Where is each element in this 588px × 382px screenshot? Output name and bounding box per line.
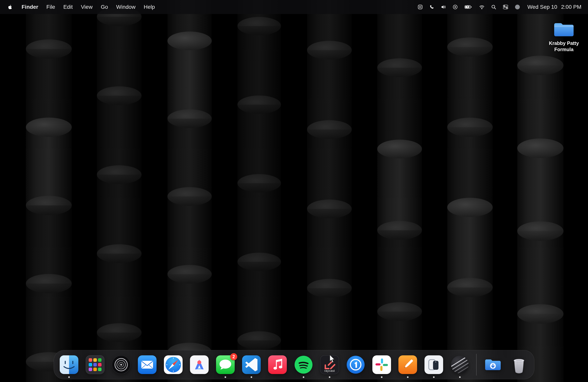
concentric-circles-icon bbox=[111, 355, 131, 374]
folder-icon bbox=[552, 20, 575, 39]
sound-status-icon[interactable] bbox=[441, 4, 446, 10]
dock-separator bbox=[476, 354, 477, 376]
dock-item-circles-app[interactable] bbox=[111, 355, 131, 374]
dock-item-finder[interactable] bbox=[59, 355, 79, 374]
phone-status-icon[interactable] bbox=[429, 4, 435, 10]
dock-item-safari[interactable] bbox=[164, 355, 183, 374]
vscode-icon bbox=[242, 355, 261, 374]
dock-item-slack[interactable] bbox=[372, 355, 391, 374]
menubar-date: Wed Sep 10 bbox=[527, 4, 557, 10]
dock: 2 bbox=[54, 350, 534, 379]
apple-menu[interactable] bbox=[6, 4, 18, 10]
running-indicator bbox=[433, 376, 435, 378]
arc-browser-icon bbox=[189, 355, 209, 374]
running-indicator bbox=[329, 376, 330, 378]
spotlight-search-icon[interactable] bbox=[491, 4, 497, 10]
running-indicator bbox=[381, 376, 382, 378]
menubar-app-name[interactable]: Finder bbox=[18, 0, 42, 14]
iphone-mirroring-icon bbox=[424, 355, 443, 374]
menu-bar: Finder File Edit View Go Window Help bbox=[0, 0, 588, 14]
running-indicator bbox=[68, 376, 70, 378]
safari-icon bbox=[164, 355, 183, 374]
raycast-label: raycast bbox=[324, 369, 335, 373]
finder-icon bbox=[59, 355, 79, 374]
dock-item-arc[interactable] bbox=[189, 355, 209, 374]
spotify-icon bbox=[294, 355, 313, 374]
account-status-icon[interactable] bbox=[514, 4, 520, 10]
notification-badge: 2 bbox=[230, 353, 237, 360]
launchpad-icon bbox=[85, 355, 105, 374]
mail-icon bbox=[137, 355, 157, 374]
dock-item-1password[interactable] bbox=[346, 355, 365, 374]
trash-icon bbox=[509, 355, 529, 374]
mouse-cursor bbox=[329, 354, 336, 363]
apple-music-icon bbox=[268, 355, 287, 374]
running-indicator bbox=[225, 376, 226, 378]
apple-logo-icon bbox=[7, 4, 13, 10]
wifi-icon[interactable] bbox=[479, 4, 485, 10]
menubar-time: 2:00 PM bbox=[561, 4, 581, 10]
dock-item-music[interactable] bbox=[268, 355, 287, 374]
dock-item-messages[interactable]: 2 bbox=[216, 355, 235, 374]
running-indicator bbox=[303, 376, 304, 378]
dock-item-mail[interactable] bbox=[137, 355, 157, 374]
striped-sphere-icon bbox=[450, 355, 470, 374]
dock-item-striped-sphere[interactable] bbox=[450, 355, 470, 374]
dock-item-downloads[interactable] bbox=[483, 355, 503, 374]
dock-item-vscode[interactable] bbox=[242, 355, 261, 374]
battery-charging-icon[interactable] bbox=[464, 4, 473, 10]
menubar-item-view[interactable]: View bbox=[77, 0, 97, 14]
grid-status-icon[interactable] bbox=[417, 4, 423, 10]
menubar-item-go[interactable]: Go bbox=[97, 0, 112, 14]
dock-item-iphone-mirroring[interactable] bbox=[424, 355, 443, 374]
menubar-item-window[interactable]: Window bbox=[112, 0, 140, 14]
slack-icon bbox=[372, 355, 391, 374]
control-center-icon[interactable] bbox=[503, 4, 509, 10]
folder-label: Krabby Patty Formula bbox=[547, 40, 580, 53]
menubar-clock[interactable]: Wed Sep 10 2:00 PM bbox=[526, 4, 581, 10]
pen-app-icon bbox=[398, 355, 418, 374]
menubar-item-help[interactable]: Help bbox=[140, 0, 159, 14]
menubar-item-file[interactable]: File bbox=[42, 0, 59, 14]
menubar-item-edit[interactable]: Edit bbox=[59, 0, 77, 14]
dock-item-spotify[interactable] bbox=[294, 355, 313, 374]
desktop-folder-krabby-patty-formula[interactable]: Krabby Patty Formula bbox=[547, 20, 581, 53]
running-indicator bbox=[459, 376, 461, 378]
dock-item-trash[interactable] bbox=[509, 355, 529, 374]
running-indicator bbox=[251, 376, 252, 378]
desktop-wallpaper[interactable] bbox=[0, 0, 588, 382]
now-playing-status-icon[interactable] bbox=[452, 4, 458, 10]
dock-item-pen-app[interactable] bbox=[398, 355, 418, 374]
running-indicator bbox=[407, 376, 409, 378]
1password-icon bbox=[346, 355, 365, 374]
downloads-folder-icon bbox=[483, 355, 503, 374]
dock-item-launchpad[interactable] bbox=[85, 355, 105, 374]
